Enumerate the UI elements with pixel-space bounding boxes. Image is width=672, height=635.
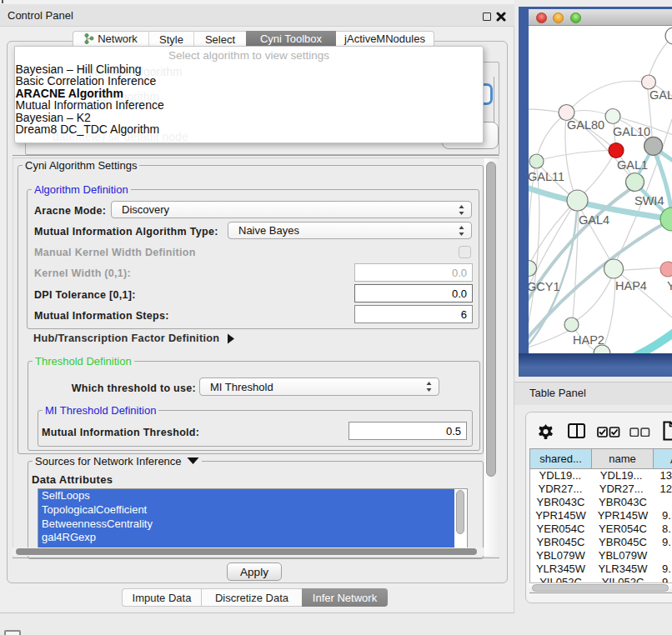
svg-text:GCY1: GCY1: [529, 280, 560, 293]
svg-text:GAL: GAL: [649, 88, 672, 102]
svg-text:GAL10: GAL10: [613, 125, 650, 138]
svg-text:SWI4: SWI4: [634, 194, 664, 208]
svg-text:GAL4: GAL4: [579, 213, 609, 227]
svg-text:GAL80: GAL80: [567, 118, 604, 132]
svg-text:GAL11: GAL11: [529, 170, 564, 183]
svg-text:Y: Y: [667, 279, 672, 292]
svg-text:HAP4: HAP4: [615, 279, 647, 292]
svg-text:HAP2: HAP2: [573, 333, 604, 347]
svg-text:GAL1: GAL1: [617, 158, 648, 172]
